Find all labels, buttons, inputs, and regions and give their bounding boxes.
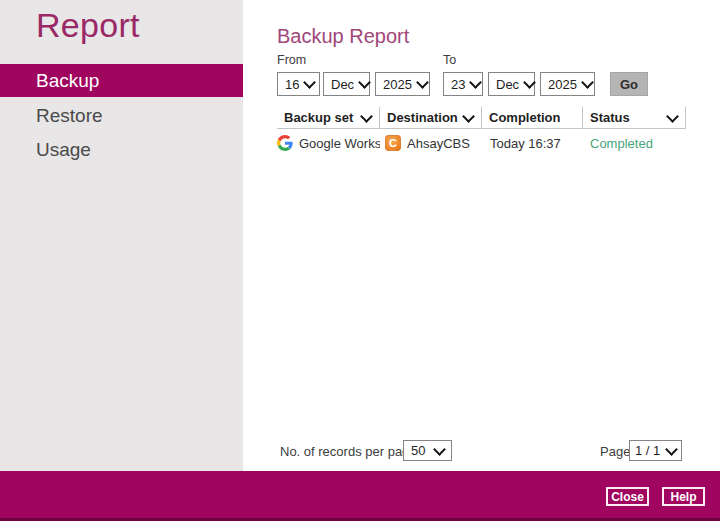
records-per-page-label: No. of records per page: [280, 444, 417, 459]
from-day-select[interactable]: 16: [277, 72, 320, 96]
records-per-page-value: 50: [411, 443, 425, 458]
chevron-down-icon: [462, 110, 475, 123]
cell-status: Completed: [583, 136, 686, 151]
to-year-select[interactable]: 2025: [540, 72, 595, 96]
column-header-completion: Completion: [482, 107, 583, 128]
chevron-down-icon: [470, 76, 483, 89]
to-month-value: Dec: [496, 77, 519, 92]
to-day-value: 23: [451, 77, 465, 92]
to-day-select[interactable]: 23: [443, 72, 483, 96]
footer-bar: Close Help: [0, 471, 720, 521]
chevron-down-icon: [360, 110, 373, 123]
to-label: To: [443, 53, 456, 67]
table-row[interactable]: Google Works... C AhsayCBS Today 16:37 C…: [277, 133, 686, 153]
google-workspace-icon: [277, 135, 293, 151]
column-header-destination[interactable]: Destination: [380, 107, 482, 128]
records-per-page-select[interactable]: 50: [403, 440, 452, 461]
report-table: Backup set Destination Completion Status: [277, 107, 686, 153]
chevron-down-icon: [358, 76, 371, 89]
pagination-bar: No. of records per page 50 Page 1 / 1: [277, 440, 686, 462]
sidebar-item-usage[interactable]: Usage: [0, 135, 243, 165]
page-value: 1 / 1: [635, 443, 660, 458]
page-label: Page: [600, 444, 630, 459]
chevron-down-icon: [581, 76, 594, 89]
status-badge: Completed: [590, 136, 653, 151]
column-header-backup-set[interactable]: Backup set: [277, 107, 380, 128]
app-window: Report Backup Restore Usage Backup Repor…: [0, 0, 720, 521]
backup-set-name: Google Works...: [299, 136, 380, 151]
chevron-down-icon: [416, 76, 429, 89]
destination-name: AhsayCBS: [407, 136, 470, 151]
chevron-down-icon: [666, 110, 679, 123]
cell-completion: Today 16:37: [482, 136, 583, 151]
chevron-down-icon: [304, 76, 317, 89]
from-label: From: [277, 53, 306, 67]
from-year-value: 2025: [383, 77, 412, 92]
help-button[interactable]: Help: [662, 487, 705, 506]
sidebar-item-restore[interactable]: Restore: [0, 101, 243, 131]
sidebar-item-backup[interactable]: Backup: [0, 64, 243, 97]
chevron-down-icon: [523, 76, 536, 89]
close-button[interactable]: Close: [606, 487, 649, 506]
table-header-row: Backup set Destination Completion Status: [277, 107, 686, 129]
from-month-value: Dec: [331, 77, 354, 92]
chevron-down-icon: [433, 443, 446, 456]
go-button[interactable]: Go: [610, 72, 648, 96]
completion-time: Today 16:37: [490, 136, 561, 151]
sidebar: Report Backup Restore Usage: [0, 0, 243, 471]
cell-destination: C AhsayCBS: [380, 135, 482, 151]
report-heading: Backup Report: [277, 25, 409, 48]
from-year-select[interactable]: 2025: [375, 72, 430, 96]
from-month-select[interactable]: Dec: [323, 72, 370, 96]
to-year-value: 2025: [548, 77, 577, 92]
main-content: Backup Report From To 16 Dec 2025 23 Dec: [277, 0, 686, 471]
page-title: Report: [36, 6, 140, 45]
cell-backup-set: Google Works...: [277, 135, 380, 151]
from-day-value: 16: [285, 77, 299, 92]
page-select[interactable]: 1 / 1: [629, 440, 682, 461]
ahsaycbs-icon: C: [385, 135, 401, 151]
to-month-select[interactable]: Dec: [488, 72, 535, 96]
chevron-down-icon: [665, 443, 678, 456]
column-header-status[interactable]: Status: [583, 107, 686, 128]
